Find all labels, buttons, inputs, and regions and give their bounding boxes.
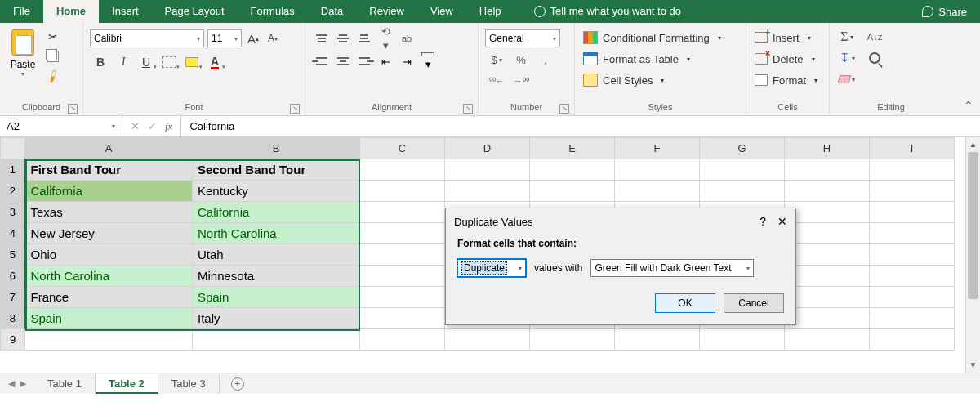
- paste-button[interactable]: Paste ▾: [5, 26, 41, 78]
- comma-button[interactable]: ,: [534, 51, 557, 69]
- cell[interactable]: [615, 159, 700, 181]
- sheet-nav-next[interactable]: ▶: [20, 378, 26, 389]
- font-size-dropdown[interactable]: 11▾: [207, 29, 242, 47]
- row-header-7[interactable]: 7: [1, 287, 25, 308]
- format-cells-button[interactable]: Format▾: [755, 70, 817, 90]
- cell[interactable]: [360, 244, 445, 266]
- cell[interactable]: [700, 181, 785, 202]
- cell[interactable]: [785, 159, 870, 181]
- cell-a5[interactable]: Ohio: [25, 244, 193, 266]
- cell[interactable]: [360, 308, 445, 329]
- currency-button[interactable]: $▾: [485, 51, 508, 69]
- cell-a8[interactable]: Spain: [25, 308, 193, 329]
- col-header-i[interactable]: I: [870, 138, 955, 159]
- cell-b4[interactable]: North Carolina: [193, 223, 360, 244]
- align-top-button[interactable]: [312, 29, 332, 47]
- scrollbar-thumb[interactable]: [968, 152, 978, 299]
- ok-button[interactable]: OK: [655, 293, 715, 313]
- tab-review[interactable]: Review: [356, 0, 417, 23]
- cell[interactable]: [700, 329, 785, 351]
- align-right-button[interactable]: [354, 52, 374, 70]
- cell[interactable]: [25, 329, 193, 351]
- col-header-a[interactable]: A: [25, 138, 193, 159]
- cell[interactable]: [870, 202, 955, 223]
- cell[interactable]: [785, 287, 870, 308]
- cell[interactable]: [193, 329, 360, 351]
- cell[interactable]: [360, 159, 445, 181]
- cancel-formula-button[interactable]: ✕: [131, 120, 140, 132]
- find-select-button[interactable]: [864, 49, 885, 67]
- cell[interactable]: [870, 287, 955, 308]
- cell-styles-button[interactable]: Cell Styles▾: [583, 70, 721, 90]
- increase-indent-button[interactable]: ⇥: [397, 52, 416, 70]
- align-left-button[interactable]: [312, 52, 332, 70]
- cell-b3[interactable]: California: [193, 202, 360, 223]
- cell[interactable]: [785, 308, 870, 329]
- cell[interactable]: [360, 202, 445, 223]
- cell[interactable]: [870, 223, 955, 244]
- cell-a6[interactable]: North Carolina: [25, 266, 193, 287]
- cell-a1[interactable]: First Band Tour: [25, 159, 193, 181]
- sheet-nav-prev[interactable]: ◀: [8, 378, 15, 389]
- cell[interactable]: [445, 181, 530, 202]
- decrease-indent-button[interactable]: ⇤: [376, 52, 395, 70]
- scroll-down-button[interactable]: ▼: [966, 358, 980, 373]
- cell[interactable]: [785, 329, 870, 351]
- cell-b8[interactable]: Italy: [193, 308, 360, 329]
- cell[interactable]: [445, 159, 530, 181]
- cell[interactable]: [360, 181, 445, 202]
- align-middle-button[interactable]: [333, 29, 353, 47]
- align-center-button[interactable]: [333, 52, 353, 70]
- tell-me[interactable]: Tell me what you want to do: [521, 0, 694, 23]
- cell[interactable]: [870, 308, 955, 329]
- grow-font-button[interactable]: A▴: [245, 29, 261, 47]
- sheet-tab-table3[interactable]: Table 3: [158, 374, 220, 394]
- number-dialog-launcher[interactable]: ↘: [559, 104, 569, 114]
- col-header-g[interactable]: G: [700, 138, 785, 159]
- tab-data[interactable]: Data: [308, 0, 356, 23]
- cell[interactable]: [785, 244, 870, 266]
- cell[interactable]: [615, 329, 700, 351]
- fill-button[interactable]: ↧▾: [836, 49, 858, 67]
- name-box[interactable]: A2▾: [0, 116, 122, 136]
- select-all-corner[interactable]: [1, 138, 25, 159]
- cell-b5[interactable]: Utah: [193, 244, 360, 266]
- enter-formula-button[interactable]: ✓: [148, 120, 157, 132]
- tab-pagelayout[interactable]: Page Layout: [152, 0, 238, 23]
- cell[interactable]: [870, 244, 955, 266]
- col-header-h[interactable]: H: [785, 138, 870, 159]
- sheet-tab-table1[interactable]: Table 1: [34, 374, 96, 394]
- cell[interactable]: [700, 159, 785, 181]
- row-header-5[interactable]: 5: [1, 244, 25, 266]
- fill-color-button[interactable]: ▾: [181, 52, 203, 72]
- format-as-table-button[interactable]: Format as Table▾: [583, 49, 721, 69]
- sheet-tab-table2[interactable]: Table 2: [96, 374, 158, 394]
- number-format-dropdown[interactable]: General▾: [485, 29, 560, 47]
- align-bottom-button[interactable]: [354, 29, 374, 47]
- cell-b7[interactable]: Spain: [193, 287, 360, 308]
- cell[interactable]: [530, 329, 615, 351]
- cell[interactable]: [785, 223, 870, 244]
- format-style-dropdown[interactable]: Green Fill with Dark Green Text▾: [590, 259, 754, 277]
- new-sheet-button[interactable]: +: [228, 374, 247, 394]
- wrap-text-button[interactable]: ab: [397, 29, 416, 47]
- col-header-d[interactable]: D: [445, 138, 530, 159]
- formula-input[interactable]: California: [181, 116, 980, 136]
- format-painter-button[interactable]: 🖌: [43, 66, 64, 87]
- font-dialog-launcher[interactable]: ↘: [290, 104, 300, 114]
- cell[interactable]: [615, 181, 700, 202]
- cut-button[interactable]: ✂: [46, 29, 60, 44]
- copy-button[interactable]: [46, 49, 60, 64]
- font-color-button[interactable]: A▾: [204, 52, 225, 72]
- decrease-decimal-button[interactable]: →⁰⁰: [510, 72, 532, 90]
- dialog-help-button[interactable]: ?: [760, 215, 766, 228]
- percent-button[interactable]: %: [510, 51, 532, 69]
- col-header-c[interactable]: C: [360, 138, 445, 159]
- cell[interactable]: [785, 181, 870, 202]
- vertical-scrollbar[interactable]: ▲ ▼: [965, 137, 980, 373]
- cell[interactable]: [360, 287, 445, 308]
- underline-button[interactable]: U▾: [136, 52, 157, 72]
- sort-filter-button[interactable]: A↓Z: [864, 28, 885, 46]
- cancel-button[interactable]: Cancel: [724, 293, 784, 313]
- font-name-dropdown[interactable]: Calibri▾: [90, 29, 204, 47]
